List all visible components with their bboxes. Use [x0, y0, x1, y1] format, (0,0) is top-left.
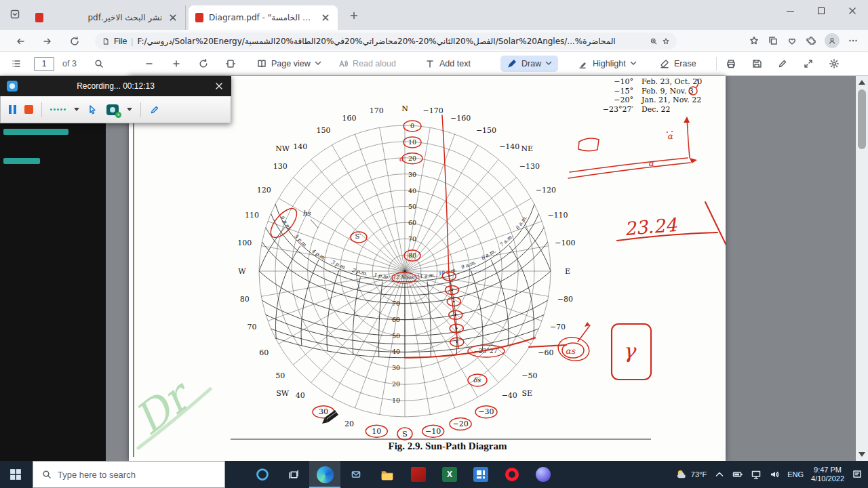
extensions-icon[interactable]: [806, 35, 816, 46]
cortana-icon[interactable]: [247, 461, 278, 488]
cursor-tool-icon[interactable]: [87, 104, 98, 115]
scrollbar[interactable]: [856, 76, 868, 461]
favorites-star-icon[interactable]: [662, 37, 670, 45]
battery-icon[interactable]: [732, 469, 743, 480]
svg-text:SW: SW: [276, 389, 290, 398]
start-button[interactable]: [0, 461, 31, 488]
svg-text:50: 50: [408, 203, 416, 210]
svg-text:−120: −120: [536, 186, 556, 195]
url-bar[interactable]: File | F:/دروسي/Solar%20Energy/الفصل%20ا…: [95, 33, 677, 49]
svg-text:1 p.m.: 1 p.m.: [373, 272, 390, 280]
svg-text:80: 80: [240, 295, 250, 304]
svg-text:−50: −50: [521, 371, 537, 380]
zoom-out-button[interactable]: [144, 52, 155, 75]
search-input[interactable]: [58, 470, 207, 480]
action-center-icon[interactable]: [852, 469, 863, 480]
scrollbar-thumb[interactable]: [858, 89, 866, 149]
print-button[interactable]: [726, 52, 736, 75]
svg-text:NW: NW: [275, 144, 290, 153]
url-divider: |: [131, 37, 133, 46]
fit-to-page-button[interactable]: [225, 52, 236, 75]
pen-tool-icon[interactable]: [149, 104, 160, 115]
browser-tab-active[interactable]: Diagram.pdf - "المحاضرة الخامسة": [189, 5, 338, 30]
new-tab-button[interactable]: [347, 9, 361, 22]
refresh-button[interactable]: [66, 33, 83, 49]
back-button[interactable]: [12, 33, 28, 49]
rotate-button[interactable]: [198, 52, 209, 75]
scroll-up-icon[interactable]: [859, 80, 865, 85]
window-minimize-button[interactable]: [774, 0, 806, 22]
recording-status: Recording... 00:12:13: [18, 81, 214, 91]
zoom-page-icon[interactable]: [650, 37, 658, 45]
tray-time: 9:47 PM: [811, 466, 844, 474]
draw-button-selected[interactable]: Draw: [500, 52, 558, 75]
chevron-down-icon[interactable]: [74, 108, 79, 111]
annotate-pen-icon[interactable]: [777, 52, 788, 75]
svg-text:α: α: [667, 131, 673, 141]
profile-avatar[interactable]: [825, 33, 840, 48]
figure-caption: Fig. 2.9. Sun-Path Diagram: [342, 441, 553, 452]
clock-widget[interactable]: 9:47 PM 4/10/2022: [811, 466, 844, 483]
add-text-button[interactable]: Add text: [425, 52, 471, 75]
edge-taskbar-icon[interactable]: [309, 461, 340, 488]
tab-close-icon[interactable]: [167, 12, 178, 23]
mail-app-icon[interactable]: [340, 461, 372, 488]
task-view-icon[interactable]: [278, 461, 309, 488]
save-button[interactable]: [751, 52, 762, 75]
volume-icon[interactable]: [769, 469, 780, 480]
page-number-input[interactable]: 1: [34, 57, 54, 71]
weather-temp: 73°F: [691, 470, 707, 479]
tab-actions-menu-icon[interactable]: [9, 9, 22, 21]
language-indicator[interactable]: ENG: [787, 470, 804, 479]
collections-icon[interactable]: [768, 35, 778, 46]
browser-essentials-icon[interactable]: [787, 35, 797, 46]
window-maximize-button[interactable]: [806, 0, 837, 22]
webcam-overlay-button[interactable]: +: [106, 104, 119, 115]
file-icon: [102, 37, 110, 45]
screen-recorder-overlay: Recording... 00:12:13 +: [0, 76, 231, 123]
blue-app-icon[interactable]: [465, 461, 496, 488]
page-view-button[interactable]: Page view: [256, 52, 321, 75]
url-text: F:/دروسي/Solar%20Energy/الفصل%20الثاني%2…: [137, 37, 646, 46]
file-explorer-icon[interactable]: [372, 461, 403, 488]
pause-button[interactable]: [9, 105, 16, 114]
fullscreen-button[interactable]: [803, 52, 814, 75]
svg-text:70: 70: [392, 300, 400, 307]
svg-text:−70: −70: [550, 323, 566, 331]
table-of-contents-icon[interactable]: [11, 52, 22, 75]
read-aloud-button[interactable]: Read aloud: [338, 52, 396, 75]
erase-button[interactable]: Erase: [659, 52, 696, 75]
search-document-icon[interactable]: [94, 52, 104, 75]
background-window-panel: [0, 76, 106, 461]
zoom-in-button[interactable]: [171, 52, 182, 75]
chevron-down-icon[interactable]: [127, 108, 132, 111]
svg-text:6 p.m.: 6 p.m.: [279, 214, 293, 231]
pdf-page[interactable]: S1020304050607080W1001101201301401501601…: [129, 76, 726, 461]
svg-text:hs: hs: [302, 209, 311, 217]
favorites-bar-icon[interactable]: [749, 35, 760, 46]
stop-button[interactable]: [24, 105, 33, 114]
scroll-down-icon[interactable]: [859, 452, 865, 457]
draw-dotted-tool[interactable]: [50, 108, 66, 110]
excel-app-icon[interactable]: X: [434, 461, 465, 488]
weather-widget[interactable]: 73°F: [675, 468, 707, 481]
settings-gear-icon[interactable]: [829, 52, 840, 75]
svg-text:−30: −30: [478, 407, 494, 416]
network-icon[interactable]: [751, 469, 762, 480]
violet-app-icon[interactable]: [528, 461, 559, 488]
window-close-button[interactable]: [837, 0, 868, 22]
red-app-icon[interactable]: [403, 461, 434, 488]
recorder-close-icon[interactable]: [214, 81, 224, 92]
svg-text:20: 20: [408, 155, 416, 162]
browser-tab[interactable]: نشر البحث الاخير.pdf: [28, 5, 186, 30]
highlight-button[interactable]: Highlight: [578, 52, 637, 75]
svg-text:−130: −130: [519, 162, 540, 171]
tab-close-icon[interactable]: [320, 12, 331, 23]
svg-text:−60: −60: [538, 348, 553, 357]
taskbar-search-box[interactable]: [33, 461, 225, 488]
settings-menu-icon[interactable]: [848, 35, 859, 46]
svg-text:αs: αs: [566, 346, 576, 356]
forward-button[interactable]: [39, 33, 56, 49]
show-hidden-icons-chevron[interactable]: [714, 469, 725, 480]
opera-app-icon[interactable]: [496, 461, 528, 488]
